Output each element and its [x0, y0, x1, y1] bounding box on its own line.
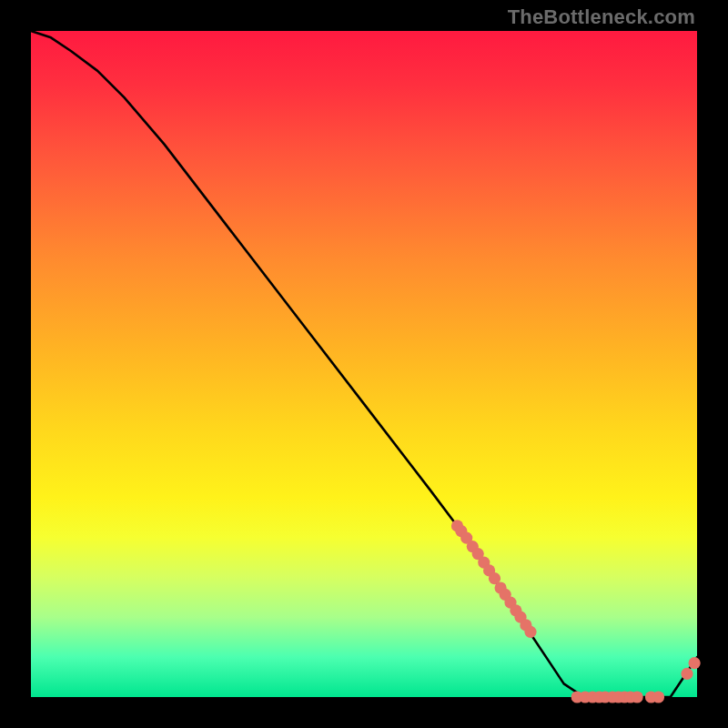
scatter-series: [451, 520, 701, 703]
chart-svg: [31, 31, 697, 697]
bottleneck-curve: [31, 31, 697, 697]
line-series: [31, 31, 697, 697]
data-point: [652, 691, 664, 703]
data-point: [689, 657, 701, 669]
data-point: [524, 626, 536, 638]
watermark-label: TheBottleneck.com: [508, 5, 695, 29]
chart-frame: TheBottleneck.com: [0, 0, 728, 728]
data-point: [681, 668, 693, 680]
data-point: [632, 691, 643, 703]
